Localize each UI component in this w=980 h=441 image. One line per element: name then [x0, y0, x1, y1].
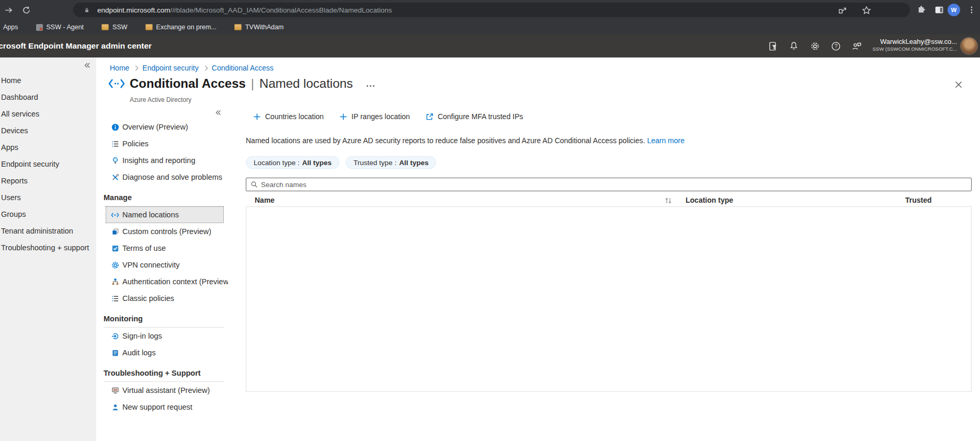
column-trusted[interactable]: Trusted: [905, 196, 932, 204]
location-type-filter[interactable]: Location type :All types: [246, 156, 339, 169]
title-separator: |: [251, 76, 254, 91]
overflow-menu-icon[interactable]: [367, 81, 374, 87]
app-title[interactable]: Microsoft Endpoint Manager admin center: [0, 41, 152, 51]
menu-section-monitoring: Monitoring: [104, 312, 224, 325]
menu-item-classic-policies[interactable]: Classic policies: [106, 290, 224, 307]
bookmark-item[interactable]: SSW: [101, 24, 127, 31]
reload-icon[interactable]: [20, 4, 32, 16]
plus-icon: [339, 113, 347, 121]
menu-section-manage: Manage: [104, 191, 224, 204]
sidebar-item-all-services[interactable]: All services: [0, 106, 96, 122]
breadcrumb-conditional-access[interactable]: Conditional Access: [212, 64, 274, 72]
browser-profile-avatar[interactable]: W: [948, 4, 960, 16]
settings-gear-icon[interactable]: [809, 40, 821, 52]
sidebar-item-users[interactable]: Users: [0, 189, 96, 206]
folder-icon: [101, 24, 109, 30]
sort-icon[interactable]: [664, 197, 673, 204]
extensions-icon[interactable]: [915, 4, 928, 16]
sidebar-item-groups[interactable]: Groups: [0, 206, 96, 223]
gear-icon: [111, 261, 119, 269]
sidebar-item-devices[interactable]: Devices: [0, 122, 96, 139]
page-section-title: Named locations: [259, 76, 353, 91]
side-panel-icon[interactable]: [933, 4, 945, 16]
page-title-row: Conditional Access | Named locations: [108, 76, 374, 91]
menu-item-diagnose[interactable]: Diagnose and solve problems: [106, 169, 224, 185]
search-input[interactable]: [261, 181, 971, 189]
sidebar-item-tenant-administration[interactable]: Tenant administration: [0, 223, 96, 239]
menu-item-vpn-connectivity[interactable]: VPN connectivity: [106, 257, 224, 273]
breadcrumb: Home Endpoint security Conditional Acces…: [110, 64, 274, 72]
sidebar-item-dashboard[interactable]: Dashboard: [0, 89, 96, 106]
list-icon: [111, 294, 119, 303]
bookmark-item[interactable]: SSW - Agent: [36, 24, 84, 31]
menu-item-terms-of-use[interactable]: Terms of use: [106, 240, 224, 257]
bookmark-star-icon[interactable]: [862, 6, 872, 16]
sidebar-collapse-icon[interactable]: [84, 62, 91, 69]
virtual-assistant-icon: [111, 386, 119, 394]
page-title: Conditional Access: [130, 76, 246, 91]
menu-item-authentication-context[interactable]: Authentication context (Preview): [106, 273, 224, 290]
blade-content: Countries location IP ranges location Co…: [246, 107, 972, 392]
menu-item-policies[interactable]: Policies: [106, 135, 224, 152]
url-text: endpoint.microsoft.com/#blade/Microsoft_…: [97, 6, 392, 14]
directories-filter-icon[interactable]: [767, 40, 779, 52]
close-icon[interactable]: [954, 80, 963, 89]
chevron-right-icon: [202, 65, 208, 71]
configure-mfa-trusted-ips-button[interactable]: Configure MFA trusted IPs: [426, 112, 523, 121]
feedback-icon[interactable]: [851, 40, 862, 52]
named-locations-icon: [108, 77, 126, 90]
ip-ranges-location-button[interactable]: IP ranges location: [339, 112, 410, 121]
squares-icon: [111, 227, 119, 236]
check-square-icon: [111, 244, 119, 252]
user-avatar[interactable]: [960, 37, 978, 55]
lock-icon[interactable]: [84, 7, 90, 14]
menu-item-named-locations[interactable]: Named locations: [106, 206, 224, 223]
menu-item-custom-controls[interactable]: Custom controls (Preview): [106, 223, 224, 240]
user-email: WarwickLeahy@ssw.co...: [873, 38, 958, 46]
menu-item-new-support-request[interactable]: New support request: [106, 399, 224, 415]
browser-menu-dots-icon[interactable]: [965, 4, 978, 16]
account-info[interactable]: WarwickLeahy@ssw.co... SSW (SSWCOM.ONMIC…: [873, 38, 958, 52]
sidebar-item-apps[interactable]: Apps: [0, 139, 96, 156]
menu-item-sign-in-logs[interactable]: Sign-in logs: [106, 328, 224, 344]
help-icon[interactable]: ?: [830, 40, 841, 52]
sidebar-item-endpoint-security[interactable]: Endpoint security: [0, 156, 96, 172]
menu-item-insights[interactable]: Insights and reporting: [106, 152, 224, 169]
notifications-bell-icon[interactable]: [788, 40, 800, 52]
sidebar-item-troubleshooting-support[interactable]: Troubleshooting + support: [0, 239, 96, 256]
menu-collapse-icon[interactable]: [215, 109, 222, 116]
countries-location-button[interactable]: Countries location: [253, 112, 324, 121]
support-person-icon: [111, 403, 119, 411]
named-locations-icon: [111, 211, 119, 219]
bookmarks-bar: Apps SSW - Agent SSW Exchange on prem...…: [0, 20, 980, 34]
breadcrumb-home[interactable]: Home: [110, 64, 129, 72]
url-bar[interactable]: endpoint.microsoft.com/#blade/Microsoft_…: [73, 3, 910, 17]
breadcrumb-endpoint-security[interactable]: Endpoint security: [142, 64, 198, 72]
trusted-type-filter[interactable]: Trusted type :All types: [346, 156, 436, 169]
sidebar-item-home[interactable]: Home: [0, 72, 96, 89]
menu-item-virtual-assistant[interactable]: Virtual assistant (Preview): [106, 382, 224, 399]
share-icon[interactable]: [838, 6, 848, 16]
lightbulb-icon: [111, 156, 119, 165]
bookmark-item[interactable]: Exchange on prem...: [145, 24, 216, 31]
learn-more-link[interactable]: Learn more: [647, 136, 685, 145]
admin-header: Microsoft Endpoint Manager admin center …: [0, 34, 980, 57]
search-box: [246, 178, 972, 191]
column-location-type[interactable]: Location type: [686, 196, 733, 204]
blade-menu: Overview (Preview) Policies Insights and…: [96, 107, 228, 441]
menu-item-audit-logs[interactable]: Audit logs: [106, 344, 224, 361]
forward-icon[interactable]: [2, 4, 15, 16]
info-icon: [111, 123, 119, 131]
command-bar: Countries location IP ranges location Co…: [246, 107, 972, 126]
bookmark-apps[interactable]: Apps: [3, 24, 18, 31]
favicon-icon: [36, 24, 43, 31]
search-icon: [250, 181, 258, 188]
description-text: Named locations are used by Azure AD sec…: [246, 135, 972, 146]
folder-icon: [145, 24, 153, 30]
svg-text:?: ?: [834, 43, 837, 49]
bookmark-item[interactable]: TVWithAdam: [234, 24, 284, 31]
chevron-right-icon: [133, 65, 139, 71]
sidebar-item-reports[interactable]: Reports: [0, 172, 96, 189]
menu-item-overview[interactable]: Overview (Preview): [106, 119, 224, 135]
column-name[interactable]: Name: [255, 196, 275, 204]
